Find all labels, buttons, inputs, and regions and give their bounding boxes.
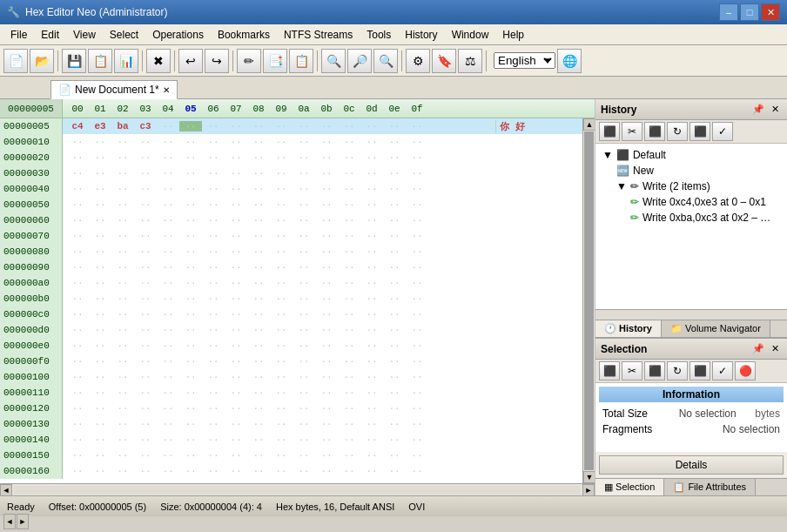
hex-byte[interactable]: ·· [89, 262, 111, 273]
hex-byte[interactable]: ·· [202, 372, 225, 382]
hex-row[interactable]: 00000060································ [0, 212, 582, 228]
hex-byte[interactable]: ·· [225, 168, 247, 178]
history-new-item[interactable]: 🆕 New [613, 163, 784, 178]
hex-byte[interactable]: ·· [338, 466, 360, 476]
history-write2[interactable]: ✏ Write 0xba,0xc3 at 0x2 – … [627, 210, 784, 226]
hex-byte[interactable]: ·· [270, 184, 293, 194]
selection-tab[interactable]: ▦ Selection [595, 479, 664, 495]
hex-byte[interactable]: ·· [406, 466, 428, 476]
sel-btn1[interactable]: ⬛ [599, 361, 620, 380]
hex-byte[interactable]: ·· [270, 340, 293, 351]
hex-byte[interactable]: ·· [225, 231, 247, 241]
hex-row[interactable]: 00000040································ [0, 181, 582, 197]
hex-byte[interactable]: ·· [383, 137, 406, 147]
hex-byte[interactable]: ·· [66, 293, 89, 304]
find-next-button[interactable]: 🔎 [347, 49, 372, 73]
hex-byte[interactable]: ·· [179, 293, 202, 304]
hex-byte[interactable]: ·· [202, 199, 225, 210]
hex-byte[interactable]: ·· [406, 403, 428, 414]
hex-byte[interactable]: ·· [293, 466, 315, 476]
hex-row[interactable]: 000000b0································ [0, 291, 582, 306]
hex-byte[interactable]: ·· [406, 121, 428, 131]
hex-byte[interactable]: ·· [111, 152, 134, 163]
hex-byte[interactable]: ·· [157, 262, 179, 273]
hex-byte[interactable]: ·· [179, 372, 202, 382]
hex-byte[interactable]: ·· [270, 325, 293, 335]
hex-byte[interactable]: ·· [225, 278, 247, 288]
hex-byte[interactable]: ·· [270, 372, 293, 382]
hex-byte[interactable]: ·· [293, 387, 315, 398]
hex-byte[interactable]: ·· [338, 372, 360, 382]
hex-byte[interactable]: ·· [225, 309, 247, 320]
menu-item-tools[interactable]: Tools [360, 27, 398, 43]
hex-byte[interactable]: ·· [225, 137, 247, 147]
hex-byte[interactable]: ·· [66, 262, 89, 273]
hex-byte[interactable]: c3 [134, 121, 157, 131]
hex-byte[interactable]: ·· [270, 293, 293, 304]
hex-byte[interactable]: ·· [360, 184, 383, 194]
hex-byte[interactable]: ·· [157, 309, 179, 320]
hex-byte[interactable]: ·· [89, 168, 111, 178]
hex-byte[interactable]: ·· [270, 356, 293, 367]
hex-byte[interactable]: ·· [66, 246, 89, 257]
vertical-scrollbar[interactable]: ▲ ▼ [582, 118, 595, 483]
hex-byte[interactable]: ·· [383, 309, 406, 320]
hex-row[interactable]: 00000020································ [0, 150, 582, 165]
hex-byte[interactable]: ·· [66, 278, 89, 288]
h-scroll-right[interactable]: ► [582, 484, 595, 496]
history-close-button[interactable]: ✕ [769, 104, 782, 115]
hex-byte[interactable]: ·· [134, 293, 157, 304]
hex-byte[interactable]: ·· [157, 121, 179, 131]
hex-byte[interactable]: ·· [157, 168, 179, 178]
hex-byte[interactable]: ·· [360, 121, 383, 131]
hex-byte[interactable]: ·· [247, 450, 270, 461]
hex-byte[interactable]: ·· [111, 278, 134, 288]
minimize-button[interactable]: – [719, 3, 738, 21]
hex-byte[interactable]: ·· [179, 262, 202, 273]
hex-byte[interactable]: ·· [89, 372, 111, 382]
hex-byte[interactable]: ·· [270, 199, 293, 210]
history-write-group[interactable]: ▼ ✏ Write (2 items) [613, 178, 784, 194]
hex-byte[interactable]: ·· [406, 246, 428, 257]
hex-byte[interactable]: ·· [111, 262, 134, 273]
hex-byte[interactable]: ·· [247, 184, 270, 194]
hex-byte[interactable]: ·· [157, 419, 179, 429]
hex-byte[interactable]: ·· [202, 262, 225, 273]
hex-byte[interactable]: ·· [111, 231, 134, 241]
hex-byte[interactable]: ·· [225, 262, 247, 273]
hex-byte[interactable]: ·· [338, 246, 360, 257]
history-tree[interactable]: ▼ ⬛ Default 🆕 New ▼ ✏ Write (2 items) [595, 144, 787, 309]
hex-byte[interactable]: ·· [315, 403, 338, 414]
hex-byte[interactable]: ·· [338, 309, 360, 320]
hex-byte[interactable]: ·· [406, 199, 428, 210]
sel-btn3[interactable]: ⬛ [644, 361, 665, 380]
hex-byte[interactable]: ·· [293, 356, 315, 367]
hex-byte[interactable]: ·· [179, 231, 202, 241]
hex-byte[interactable]: ·· [157, 184, 179, 194]
h-scroll-track[interactable] [14, 486, 581, 495]
hex-byte[interactable]: ·· [270, 121, 293, 131]
hex-byte[interactable]: ·· [157, 137, 179, 147]
hex-byte[interactable]: ·· [202, 387, 225, 398]
maximize-button[interactable]: □ [740, 3, 759, 21]
hex-byte[interactable]: ·· [247, 262, 270, 273]
hex-byte[interactable]: ·· [202, 215, 225, 226]
hex-byte[interactable]: ·· [293, 184, 315, 194]
open-button[interactable]: 📂 [30, 49, 54, 73]
menu-item-operations[interactable]: Operations [145, 27, 211, 43]
hex-byte[interactable]: ·· [247, 387, 270, 398]
hex-byte[interactable]: ·· [157, 340, 179, 351]
hex-byte[interactable]: ·· [315, 325, 338, 335]
hex-byte[interactable]: ·· [111, 199, 134, 210]
hex-byte[interactable]: ·· [66, 340, 89, 351]
hex-byte[interactable]: ·· [157, 356, 179, 367]
hex-byte[interactable]: ·· [134, 450, 157, 461]
hex-byte[interactable]: ·· [157, 215, 179, 226]
hex-byte[interactable]: ·· [202, 450, 225, 461]
hex-byte[interactable]: ·· [111, 356, 134, 367]
hex-byte[interactable]: ·· [338, 262, 360, 273]
details-button[interactable]: Details [599, 455, 784, 475]
hex-byte[interactable]: ·· [202, 231, 225, 241]
hex-byte[interactable]: ·· [315, 340, 338, 351]
hex-byte[interactable]: ·· [293, 309, 315, 320]
